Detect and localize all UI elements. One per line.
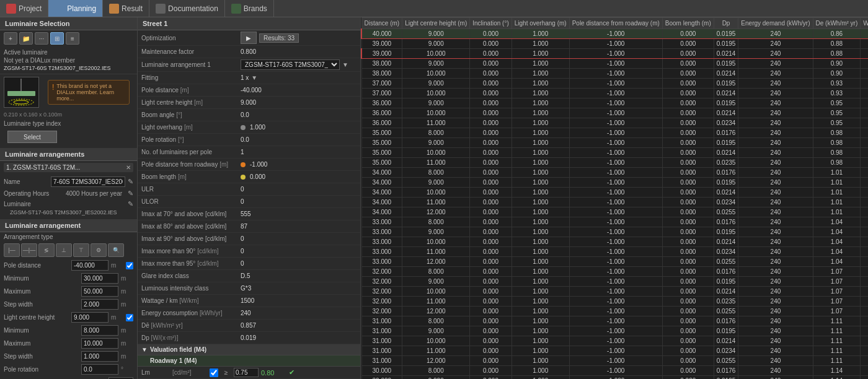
- table-row[interactable]: 34.0008.0000.0001.000-1.0000.0000.017624…: [361, 168, 868, 178]
- lch-input[interactable]: [71, 312, 108, 323]
- tb-add-btn[interactable]: +: [4, 32, 17, 45]
- ulor-val-text: 0: [241, 198, 244, 205]
- pr-input[interactable]: [81, 364, 118, 375]
- topbar-planning[interactable]: Planning: [48, 0, 103, 17]
- tb-folder-btn[interactable]: 📁: [19, 32, 33, 45]
- select-button[interactable]: Select: [7, 131, 57, 143]
- table-cell: 0.000: [470, 247, 512, 257]
- topbar-result[interactable]: Result: [103, 0, 149, 17]
- val-select[interactable]: ▼: [141, 346, 148, 353]
- table-row[interactable]: 35.00010.0000.0001.000-1.0000.0000.02142…: [361, 148, 868, 158]
- close-arrangement-btn[interactable]: ✕: [126, 164, 131, 171]
- lch-max-row: Maximum m: [0, 337, 137, 350]
- table-row[interactable]: 38.00010.0000.0001.000-1.0000.0000.02142…: [361, 69, 868, 79]
- table-cell: 0.0214: [714, 108, 738, 118]
- lch-check[interactable]: [126, 314, 133, 321]
- tb-filter-btn[interactable]: ≡: [66, 32, 79, 45]
- table-row[interactable]: 31.0009.0000.0001.000-1.0000.0000.019524…: [361, 326, 868, 336]
- arr-custom[interactable]: ⚙: [91, 243, 107, 257]
- opt-btn[interactable]: ▶: [241, 32, 257, 44]
- table-row[interactable]: 32.00011.0000.0001.000-1.0000.0000.02352…: [361, 297, 868, 307]
- ulor-label: ULOR: [141, 198, 241, 205]
- lch-min-input[interactable]: [81, 325, 118, 336]
- table-row[interactable]: 36.00011.0000.0001.000-1.0000.0000.02342…: [361, 118, 868, 128]
- arrangement-list: 1. ZGSM-ST17-60S T2M... ✕: [0, 161, 137, 175]
- pd-unit: m: [111, 262, 123, 269]
- arr-opposite[interactable]: —|—: [21, 243, 37, 257]
- name-edit-btn[interactable]: ✎: [128, 178, 133, 186]
- table-row[interactable]: 33.0009.0000.0001.000-1.0000.0000.019524…: [361, 227, 868, 237]
- table-row[interactable]: 31.00011.0000.0001.000-1.0000.0000.02342…: [361, 346, 868, 356]
- planning-icon: [55, 4, 64, 14]
- arr-center[interactable]: ⊥: [56, 243, 72, 257]
- table-cell: 240: [738, 366, 813, 376]
- table-row[interactable]: 37.0009.0000.0001.000-1.0000.0000.019524…: [361, 79, 868, 89]
- tb-grid-btn[interactable]: ⊞: [50, 32, 64, 45]
- table-cell: 0.000: [662, 346, 714, 356]
- table-row[interactable]: 33.00010.0000.0001.000-1.0000.0000.02142…: [361, 237, 868, 247]
- arrangement-select[interactable]: ZGSM-ST17-60S T2MS3007_IES2002.IES: [241, 59, 340, 70]
- table-row[interactable]: 30.0009.0000.0001.000-1.0000.0000.019524…: [361, 376, 868, 380]
- boom-mid-row: Boom angle [°] 0.0: [138, 109, 360, 121]
- topbar-project[interactable]: Project: [0, 0, 48, 17]
- table-row[interactable]: 34.00011.0000.0001.000-1.0000.0000.02342…: [361, 198, 868, 207]
- table-row[interactable]: 39.00010.0000.0001.000-1.0000.0000.02142…: [361, 49, 868, 59]
- table-row[interactable]: 33.0008.0000.0001.000-1.0000.0000.017624…: [361, 217, 868, 227]
- tb-dots-btn[interactable]: ···: [35, 32, 48, 45]
- table-row[interactable]: 34.00010.0000.0001.000-1.0000.0000.02142…: [361, 188, 868, 198]
- name-input[interactable]: [51, 176, 125, 187]
- table-cell: 9.000: [402, 227, 470, 237]
- table-row[interactable]: 39.0009.0000.0001.000-1.0000.0000.019524…: [361, 39, 868, 49]
- oph-edit-btn[interactable]: ✎: [128, 190, 133, 198]
- table-row[interactable]: 31.0008.0000.0001.000-1.0000.0000.017624…: [361, 316, 868, 326]
- lm-target-input[interactable]: [234, 368, 259, 377]
- lch-max-input[interactable]: [81, 338, 118, 349]
- lm-check[interactable]: [210, 368, 218, 377]
- table-row[interactable]: 30.0008.0000.0001.000-1.0000.0000.017624…: [361, 366, 868, 376]
- arr-single-sided[interactable]: |—: [4, 243, 20, 257]
- fitting-expand-icon[interactable]: ▼: [251, 74, 257, 81]
- lum-edit-btn[interactable]: ✎: [128, 200, 133, 208]
- table-row[interactable]: 34.00012.0000.0001.000-1.0000.0000.02552…: [361, 207, 868, 217]
- topbar-documentation[interactable]: Documentation: [149, 0, 225, 17]
- table-row[interactable]: 31.00012.0000.0001.000-1.0000.0000.02552…: [361, 356, 868, 366]
- pd-min-input[interactable]: [81, 273, 118, 284]
- li-val: G*3: [241, 285, 356, 292]
- table-row[interactable]: 37.00010.0000.0001.000-1.0000.0000.02142…: [361, 89, 868, 98]
- arr-twin[interactable]: ⊤: [73, 243, 89, 257]
- table-row[interactable]: 36.0009.0000.0001.000-1.0000.0000.019524…: [361, 98, 868, 108]
- pd-input[interactable]: [71, 260, 108, 271]
- table-row[interactable]: 32.00012.0000.0001.000-1.0000.0000.02552…: [361, 307, 868, 316]
- table-row[interactable]: 31.00010.0000.0001.000-1.0000.0000.02142…: [361, 336, 868, 346]
- imax90p-label: Imax more than 90° [cd/klm]: [141, 248, 241, 255]
- table-row[interactable]: 32.0008.0000.0001.000-1.0000.0000.017624…: [361, 267, 868, 277]
- arrangement-item-1[interactable]: 1. ZGSM-ST17-60S T2M... ✕: [4, 163, 133, 172]
- table-cell: 32.000: [361, 277, 402, 287]
- table-row[interactable]: 32.00010.0000.0001.000-1.0000.0000.02142…: [361, 287, 868, 297]
- arr-search[interactable]: 🔍: [108, 243, 124, 257]
- table-cell: 1.000: [512, 168, 569, 178]
- pd-max-row: Maximum m: [0, 285, 137, 298]
- table-row[interactable]: 38.0009.0000.0001.000-1.0000.0000.019524…: [361, 59, 868, 69]
- luminaire-name: ZGSM-ST17-60S T2MS3007_IES2002.IES: [4, 65, 133, 71]
- table-row[interactable]: 35.0009.0000.0001.000-1.0000.0000.019524…: [361, 138, 868, 148]
- table-row[interactable]: 33.00011.0000.0001.000-1.0000.0000.02342…: [361, 247, 868, 257]
- topbar-brands[interactable]: Brands: [225, 0, 274, 17]
- arr-expand-icon[interactable]: ▼: [342, 61, 348, 68]
- table-row[interactable]: 33.00012.0000.0001.000-1.0000.0000.02552…: [361, 257, 868, 267]
- table-row[interactable]: 35.0008.0000.0001.000-1.0000.0000.017624…: [361, 128, 868, 138]
- pd-step-input[interactable]: [81, 299, 118, 310]
- table-cell: 1680: [861, 108, 868, 118]
- pd-max-input[interactable]: [81, 286, 118, 297]
- table-row[interactable]: 35.00011.0000.0001.000-1.0000.0000.02352…: [361, 158, 868, 168]
- lch-step-input[interactable]: [81, 351, 118, 362]
- table-cell: 240: [738, 188, 813, 198]
- pd-check[interactable]: [126, 262, 133, 269]
- table-row[interactable]: 32.0009.0000.0001.000-1.0000.0000.019524…: [361, 277, 868, 287]
- no-lum-row: No. of luminaires per pole: [0, 376, 137, 379]
- table-row[interactable]: 36.00010.0000.0001.000-1.0000.0000.02142…: [361, 108, 868, 118]
- table-row[interactable]: 34.0009.0000.0001.000-1.0000.0000.019524…: [361, 178, 868, 188]
- table-cell: 1800: [861, 237, 868, 247]
- arr-staggered[interactable]: ≶: [38, 243, 55, 257]
- table-row[interactable]: 40.0009.0000.0001.000-1.0000.0000.019524…: [361, 29, 868, 39]
